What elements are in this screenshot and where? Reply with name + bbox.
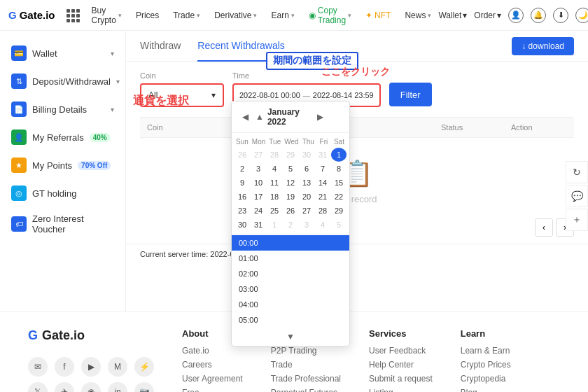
- user-icon[interactable]: 👤: [508, 8, 524, 23]
- time-end[interactable]: 2022-08-14 23:59: [313, 91, 374, 99]
- sidebar-item-deposit[interactable]: ⇅ Deposit/Withdrawal ▾: [0, 67, 125, 95]
- nav-order[interactable]: Order▾: [474, 10, 501, 20]
- cal-day[interactable]: 28: [267, 148, 282, 162]
- nav-prices[interactable]: Prices: [129, 0, 166, 31]
- cal-day[interactable]: 8: [331, 162, 346, 176]
- nav-derivative[interactable]: Derivative▾: [207, 0, 264, 31]
- cal-day[interactable]: 26: [283, 204, 298, 218]
- nav-news[interactable]: News▾: [398, 0, 438, 31]
- footer-link[interactable]: Trade Professional: [271, 374, 341, 384]
- cal-day[interactable]: 11: [267, 176, 282, 190]
- sidebar-item-points[interactable]: ★ My Points 70% Off: [0, 151, 125, 179]
- cal-day[interactable]: 4: [267, 162, 282, 176]
- footer-link[interactable]: Cryptopedia: [461, 374, 511, 384]
- twitter-social-icon[interactable]: 𝕏: [28, 382, 48, 392]
- cal-day[interactable]: 1: [267, 218, 282, 232]
- cal-day[interactable]: 9: [234, 176, 250, 190]
- cal-day[interactable]: 16: [234, 190, 250, 204]
- nav-buy-crypto[interactable]: Buy Crypto▾: [85, 0, 129, 31]
- time-item-0100[interactable]: 01:00: [232, 251, 349, 266]
- download-icon[interactable]: ⬇: [553, 8, 568, 23]
- nav-copy-trading[interactable]: ◉ Copy Trading▾: [302, 0, 358, 31]
- cal-day[interactable]: 31: [315, 148, 330, 162]
- cal-day[interactable]: 18: [267, 190, 282, 204]
- cal-day[interactable]: 27: [299, 204, 314, 218]
- time-item-0000[interactable]: 00:00: [232, 235, 349, 251]
- cal-prev-button[interactable]: ◀: [239, 111, 252, 123]
- sidebar-item-gt[interactable]: ◎ GT holding: [0, 179, 125, 207]
- cal-day[interactable]: 31: [251, 218, 266, 232]
- cal-day[interactable]: 3: [251, 162, 266, 176]
- sidebar-item-referrals[interactable]: 👤 My Referrals 40%: [0, 123, 125, 151]
- cal-day[interactable]: 7: [315, 162, 330, 176]
- cal-day[interactable]: 26: [234, 148, 250, 162]
- cal-day[interactable]: 24: [251, 204, 266, 218]
- footer-link[interactable]: Trade: [271, 360, 341, 370]
- footer-link[interactable]: P2P Trading: [271, 346, 341, 356]
- cal-day[interactable]: 27: [251, 148, 266, 162]
- moon-icon[interactable]: 🌙: [575, 8, 588, 23]
- cal-day[interactable]: 14: [315, 176, 330, 190]
- download-button[interactable]: ↓ download: [512, 37, 574, 55]
- email-social-icon[interactable]: ✉: [28, 357, 48, 377]
- youtube-social-icon[interactable]: ▶: [81, 357, 101, 377]
- bell-icon[interactable]: 🔔: [531, 8, 546, 23]
- filter-button[interactable]: Filter: [389, 83, 432, 106]
- sidebar-item-billing[interactable]: 📄 Billing Details ▾: [0, 95, 125, 123]
- time-start[interactable]: 2022-08-01 00:00: [239, 91, 300, 99]
- footer-link[interactable]: User Feedback: [369, 346, 433, 356]
- footer-link[interactable]: User Agreement: [182, 374, 243, 384]
- cal-day[interactable]: 29: [283, 148, 298, 162]
- reddit-social-icon[interactable]: ◉: [81, 382, 101, 392]
- cal-day[interactable]: 5: [283, 162, 298, 176]
- footer-link[interactable]: Careers: [182, 360, 243, 370]
- float-chat-icon[interactable]: 💬: [566, 185, 588, 207]
- footer-link[interactable]: Crypto Prices: [461, 360, 511, 370]
- cal-day[interactable]: 6: [299, 162, 314, 176]
- nav-nft[interactable]: ✦ NFT: [358, 0, 398, 31]
- facebook-social-icon[interactable]: f: [55, 357, 74, 377]
- cal-day[interactable]: 2: [234, 162, 250, 176]
- float-refresh-icon[interactable]: ↻: [566, 161, 588, 183]
- cal-day-today[interactable]: 1: [331, 148, 346, 162]
- cal-day[interactable]: 29: [331, 204, 346, 218]
- cal-day[interactable]: 25: [267, 204, 282, 218]
- linkedin-social-icon[interactable]: in: [108, 382, 127, 392]
- footer-link[interactable]: Learn & Earn: [461, 346, 511, 356]
- cal-day[interactable]: 30: [299, 148, 314, 162]
- cal-day[interactable]: 3: [299, 218, 314, 232]
- cal-day[interactable]: 17: [251, 190, 266, 204]
- cal-day[interactable]: 4: [315, 218, 330, 232]
- time-item-0400[interactable]: 04:00: [232, 297, 349, 312]
- cal-day[interactable]: 28: [315, 204, 330, 218]
- cal-scroll-down[interactable]: ▼: [283, 330, 298, 343]
- nav-trade[interactable]: Trade▾: [166, 0, 207, 31]
- cal-day[interactable]: 2: [283, 218, 298, 232]
- time-item-0200[interactable]: 02:00: [232, 266, 349, 281]
- cal-day[interactable]: 30: [234, 218, 250, 232]
- sidebar-item-voucher[interactable]: 🏷 Zero Interest Voucher: [0, 207, 125, 241]
- nav-wallet[interactable]: Wallet▾: [438, 10, 467, 20]
- cal-day[interactable]: 20: [299, 190, 314, 204]
- cal-day[interactable]: 19: [283, 190, 298, 204]
- cal-day[interactable]: 10: [251, 176, 266, 190]
- cal-next-button[interactable]: ▶: [314, 111, 327, 123]
- cal-day[interactable]: 21: [315, 190, 330, 204]
- sidebar-item-wallet[interactable]: 💳 Wallet ▾: [0, 39, 125, 67]
- page-prev-button[interactable]: ‹: [535, 218, 553, 237]
- cal-day[interactable]: 23: [234, 204, 250, 218]
- cal-up-button[interactable]: ▲: [252, 111, 267, 123]
- footer-link[interactable]: Listing: [369, 388, 433, 392]
- footer-link[interactable]: Help Center: [369, 360, 433, 370]
- grid-icon[interactable]: [66, 9, 79, 22]
- instagram-social-icon[interactable]: 📷: [134, 382, 154, 392]
- cal-day[interactable]: 13: [299, 176, 314, 190]
- cal-day[interactable]: 22: [331, 190, 346, 204]
- float-plus-icon[interactable]: ＋: [566, 209, 588, 231]
- tab-withdraw[interactable]: Withdraw: [140, 31, 181, 62]
- cal-day[interactable]: 15: [331, 176, 346, 190]
- medium-social-icon[interactable]: M: [108, 357, 127, 377]
- footer-link[interactable]: Perpetual Futures: [271, 388, 341, 392]
- logo[interactable]: G Gate.io: [8, 9, 55, 21]
- telegram-social-icon[interactable]: ✈: [55, 382, 74, 392]
